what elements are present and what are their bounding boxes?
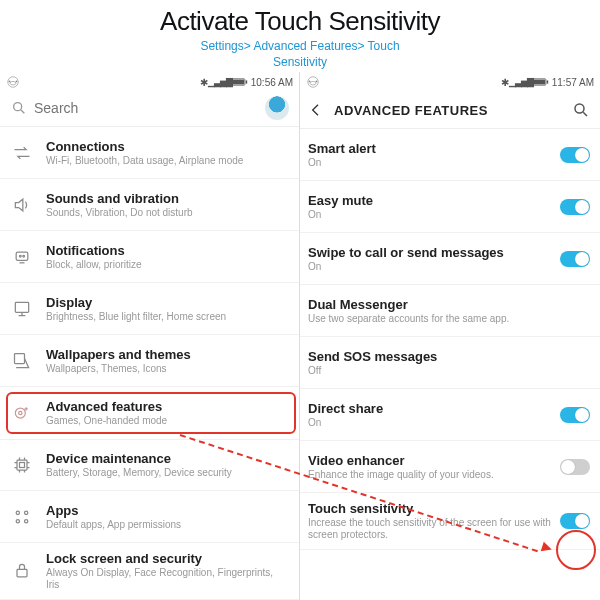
row-smart-alert[interactable]: Smart alertOn (300, 129, 600, 181)
svg-line-8 (21, 110, 24, 113)
advanced-features-screen: ✱ ▁▃▅▇ 11:57 AM ADVANCED FEATURES Smart … (300, 72, 600, 600)
features-list: Smart alertOn Easy muteOn Swipe to call … (300, 129, 600, 550)
svg-point-11 (23, 255, 25, 257)
search-icon (10, 99, 28, 117)
search-icon[interactable] (572, 101, 590, 119)
svg-point-19 (25, 511, 28, 514)
search-input[interactable] (34, 100, 259, 116)
signal-icon: ▁▃▅▇ (208, 77, 232, 87)
battery-icon (232, 77, 248, 87)
row-direct-share[interactable]: Direct shareOn (300, 389, 600, 441)
settings-screen: ✱ ▁▃▅▇ 10:56 AM ConnectionsWi-Fi, Blueto… (0, 72, 300, 600)
row-notifications[interactable]: NotificationsBlock, allow, prioritize (0, 231, 299, 283)
svg-rect-17 (20, 463, 25, 468)
svg-point-14 (15, 408, 25, 418)
arrows-icon (8, 139, 36, 167)
row-connections[interactable]: ConnectionsWi-Fi, Bluetooth, Data usage,… (0, 127, 299, 179)
status-bar: ✱ ▁▃▅▇ 11:57 AM (300, 72, 600, 92)
bluetooth-icon: ✱ (501, 77, 509, 88)
breadcrumb: Settings> Advanced Features> Touch Sensi… (0, 39, 600, 70)
row-apps[interactable]: AppsDefault apps, App permissions (0, 491, 299, 543)
svg-point-7 (14, 103, 22, 111)
svg-point-26 (316, 81, 318, 83)
svg-point-15 (19, 412, 22, 415)
lock-icon (8, 557, 36, 585)
svg-rect-29 (546, 81, 548, 84)
signal-icon: ▁▃▅▇ (509, 77, 533, 87)
screen-title: ADVANCED FEATURES (334, 103, 488, 118)
svg-point-20 (16, 519, 19, 522)
svg-point-1 (10, 82, 16, 86)
row-device-maintenance[interactable]: Device maintenanceBattery, Storage, Memo… (0, 439, 299, 491)
row-lock-security[interactable]: Lock screen and securityAlways On Displa… (0, 543, 299, 600)
svg-rect-16 (17, 460, 27, 470)
row-dual-messenger[interactable]: Dual MessengerUse two separate accounts … (300, 285, 600, 337)
search-row[interactable] (0, 92, 299, 127)
status-bar: ✱ ▁▃▅▇ 10:56 AM (0, 72, 299, 92)
brush-icon (8, 347, 36, 375)
svg-rect-5 (233, 80, 244, 85)
row-swipe-call[interactable]: Swipe to call or send messagesOn (300, 233, 600, 285)
gear-plus-icon (8, 399, 36, 427)
reddit-icon (6, 75, 20, 89)
avatar[interactable] (265, 96, 289, 120)
toggle-easy-mute[interactable] (560, 199, 590, 215)
battery-icon (533, 77, 549, 87)
toggle-touch-sensitivity[interactable] (560, 513, 590, 529)
svg-rect-22 (17, 570, 27, 578)
toggle-smart-alert[interactable] (560, 147, 590, 163)
instruction-header: Activate Touch Sensitivity Settings> Adv… (0, 0, 600, 72)
bell-icon (8, 243, 36, 271)
row-sounds[interactable]: Sounds and vibrationSounds, Vibration, D… (0, 179, 299, 231)
toggle-video-enhancer[interactable] (560, 459, 590, 475)
bluetooth-icon: ✱ (200, 77, 208, 88)
page-title: Activate Touch Sensitivity (0, 6, 600, 37)
back-button[interactable] (306, 100, 326, 120)
svg-rect-9 (16, 252, 28, 260)
reddit-icon (306, 75, 320, 89)
apps-icon (8, 503, 36, 531)
svg-rect-28 (534, 80, 545, 85)
row-easy-mute[interactable]: Easy muteOn (300, 181, 600, 233)
status-time: 10:56 AM (251, 77, 293, 88)
title-bar: ADVANCED FEATURES (300, 92, 600, 129)
display-icon (8, 295, 36, 323)
svg-point-2 (9, 81, 11, 83)
svg-point-30 (575, 104, 584, 113)
chip-icon (8, 451, 36, 479)
svg-rect-12 (15, 302, 28, 312)
sound-icon (8, 191, 36, 219)
svg-point-18 (16, 511, 19, 514)
row-send-sos[interactable]: Send SOS messagesOff (300, 337, 600, 389)
status-time: 11:57 AM (552, 77, 594, 88)
settings-list: ConnectionsWi-Fi, Bluetooth, Data usage,… (0, 127, 299, 600)
svg-point-10 (20, 255, 22, 257)
row-video-enhancer[interactable]: Video enhancerEnhance the image quality … (300, 441, 600, 493)
svg-rect-6 (245, 81, 247, 84)
toggle-direct-share[interactable] (560, 407, 590, 423)
toggle-swipe-call[interactable] (560, 251, 590, 267)
row-touch-sensitivity[interactable]: Touch sensitivityIncrease the touch sens… (300, 493, 600, 550)
row-wallpapers[interactable]: Wallpapers and themesWallpapers, Themes,… (0, 335, 299, 387)
svg-point-24 (310, 82, 316, 86)
svg-point-21 (25, 519, 28, 522)
row-display[interactable]: DisplayBrightness, Blue light filter, Ho… (0, 283, 299, 335)
svg-point-25 (309, 81, 311, 83)
row-advanced-features[interactable]: Advanced featuresGames, One-handed mode (0, 387, 299, 439)
svg-line-31 (583, 112, 587, 116)
svg-point-3 (16, 81, 18, 83)
svg-rect-13 (15, 353, 25, 363)
